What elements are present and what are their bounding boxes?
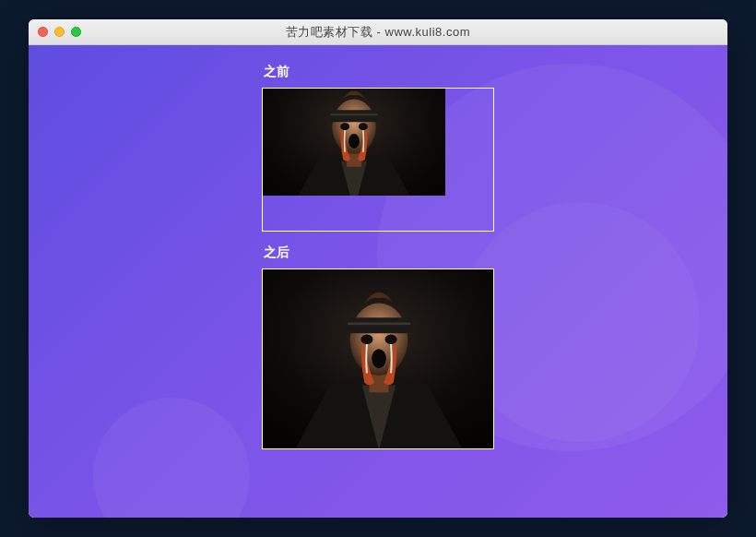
svg-rect-3: [330, 110, 377, 122]
image-frame-before: [262, 88, 494, 232]
close-icon[interactable]: [38, 27, 48, 37]
svg-point-15: [385, 335, 397, 344]
zoom-icon[interactable]: [71, 27, 81, 37]
svg-point-13: [372, 349, 386, 368]
svg-point-14: [360, 335, 372, 344]
image-before: [263, 89, 445, 196]
minimize-icon[interactable]: [54, 27, 65, 37]
content-column: 之前: [262, 64, 494, 449]
svg-point-5: [348, 134, 360, 149]
window-title: 苦力吧素材下载 - www.kuli8.com: [29, 24, 727, 41]
viewport: 之前: [29, 45, 727, 518]
svg-point-7: [359, 123, 368, 130]
svg-rect-12: [348, 322, 410, 325]
svg-rect-4: [330, 113, 377, 115]
image-after: [263, 269, 494, 449]
decoration-circle: [93, 398, 250, 518]
svg-point-6: [340, 123, 349, 130]
image-frame-after: [262, 268, 494, 449]
window-controls: [38, 27, 81, 37]
label-before: 之前: [264, 64, 494, 80]
titlebar: 苦力吧素材下载 - www.kuli8.com: [29, 19, 727, 45]
svg-rect-11: [348, 317, 410, 333]
browser-window: 苦力吧素材下载 - www.kuli8.com 之前: [29, 19, 727, 518]
label-after: 之后: [264, 245, 494, 261]
